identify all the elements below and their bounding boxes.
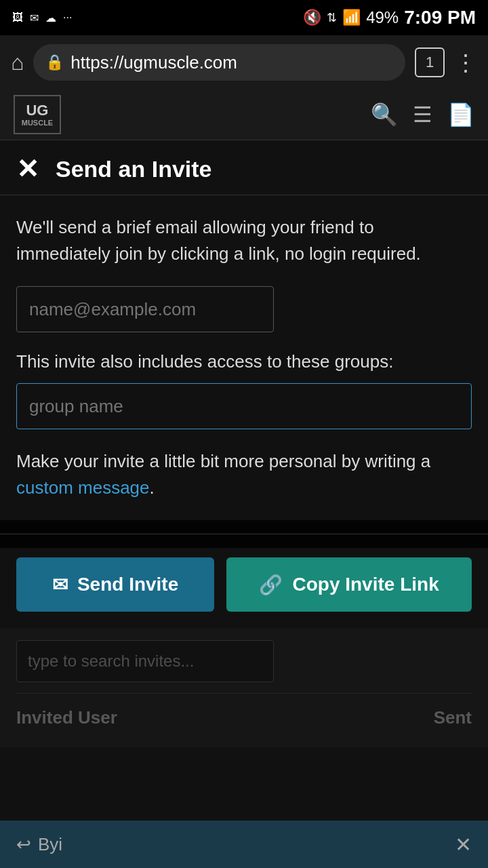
table-header: Invited User Sent [16, 693, 472, 735]
close-button[interactable]: ✕ [16, 155, 39, 182]
back-button[interactable]: ↩ Byi [16, 834, 62, 855]
custom-message-link[interactable]: custom message [16, 477, 150, 498]
search-icon[interactable]: 🔍 [371, 102, 398, 127]
link-icon: 🔗 [259, 574, 283, 596]
custom-message-text: Make your invite a little bit more perso… [16, 448, 472, 501]
mail-icon: ✉ [30, 12, 39, 24]
back-arrow-icon: ↩ [16, 834, 31, 855]
menu-icon[interactable]: ☰ [413, 102, 432, 127]
url-text: https://ugmuscle.com [70, 52, 237, 73]
copy-invite-link-button[interactable]: 🔗 Copy Invite Link [226, 557, 472, 612]
browser-bar: ⌂ 🔒 https://ugmuscle.com 1 ⋮ [0, 35, 488, 90]
send-invite-button[interactable]: ✉ Send Invite [16, 557, 214, 612]
mute-icon: 🔇 [303, 9, 321, 26]
invited-user-col: Invited User [16, 707, 117, 728]
search-invites-input [16, 640, 274, 682]
status-bar: 🖼 ✉ ☁ ··· 🔇 ⇅ 📶 49% 7:09 PM [0, 0, 488, 35]
bottom-bar: ↩ Byi ✕ [0, 821, 488, 868]
modal-title: Send an Invite [56, 156, 212, 182]
tab-count-button[interactable]: 1 [415, 47, 445, 77]
home-button[interactable]: ⌂ [11, 50, 24, 75]
site-logo: UG MUSCLE [14, 95, 61, 134]
groups-label: This invite also includes access to thes… [16, 351, 472, 372]
email-field[interactable] [16, 286, 274, 332]
document-icon[interactable]: 📄 [447, 102, 474, 127]
modal-description: We'll send a brief email allowing your f… [16, 214, 472, 267]
site-header-icons: 🔍 ☰ 📄 [371, 102, 474, 127]
sent-col: Sent [434, 707, 472, 728]
status-right-icons: 🔇 ⇅ 📶 49% 7:09 PM [303, 7, 476, 28]
url-bar[interactable]: 🔒 https://ugmuscle.com [33, 44, 405, 81]
bottom-close-button[interactable]: ✕ [455, 833, 472, 856]
modal-actions: ✉ Send Invite 🔗 Copy Invite Link [0, 548, 488, 628]
browser-more-button[interactable]: ⋮ [454, 49, 477, 76]
gallery-icon: 🖼 [12, 12, 23, 24]
modal-overlay: ✕ Send an Invite We'll send a brief emai… [0, 140, 488, 628]
signal-icon: 📶 [342, 9, 361, 26]
modal-divider [0, 534, 488, 534]
envelope-icon: ✉ [52, 574, 68, 596]
site-header: UG MUSCLE 🔍 ☰ 📄 [0, 90, 488, 140]
background-content: Invited User Sent [0, 628, 488, 747]
lock-icon: 🔒 [45, 54, 64, 71]
more-icon: ··· [63, 12, 72, 24]
data-icon: ⇅ [327, 10, 337, 25]
modal-header: ✕ Send an Invite [0, 140, 488, 195]
battery-text: 49% [366, 8, 399, 27]
status-left-icons: 🖼 ✉ ☁ ··· [12, 12, 72, 24]
group-name-field[interactable] [16, 383, 472, 429]
modal-body: We'll send a brief email allowing your f… [0, 195, 488, 520]
cloud-icon: ☁ [45, 12, 56, 24]
time-display: 7:09 PM [404, 7, 476, 28]
